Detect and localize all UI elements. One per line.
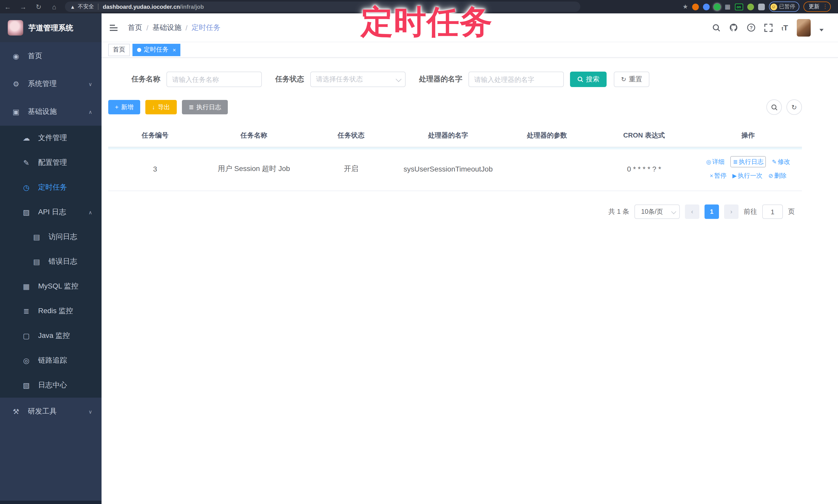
sidebar-item-label: Redis 监控 [38, 306, 73, 316]
sidebar-item-label: API 日志 [38, 208, 66, 217]
chevron-up-icon: ∧ [88, 210, 92, 215]
monitor-icon: ▢ [22, 332, 31, 340]
breadcrumb: 首页 / 基础设施 / 定时任务 [128, 23, 221, 32]
browser-menu-icon[interactable]: ⋮ [823, 4, 828, 9]
cloud-upload-icon: ☁ [22, 134, 31, 142]
sidebar-item-label: 系统管理 [28, 79, 57, 89]
address-bar[interactable]: ▲ 不安全 dashboard.yudao.iocoder.cn /infra/… [65, 2, 580, 12]
sidebar-item-mysql-monitor[interactable]: ▦ MySQL 监控 [0, 274, 102, 299]
extension-icon-blue[interactable] [703, 3, 710, 10]
col-handler-param: 处理器的参数 [500, 124, 594, 147]
sidebar-item-config-manage[interactable]: ✎ 配置管理 [0, 150, 102, 175]
extension-icon-green[interactable] [714, 3, 720, 10]
sidebar-item-label: Java 监控 [38, 331, 70, 340]
url-host: dashboard.yudao.iocoder.cn [103, 4, 180, 10]
tag-scheduled-jobs[interactable]: 定时任务 × [133, 43, 181, 56]
sidebar-item-home[interactable]: ◉ 首页 [0, 42, 102, 70]
job-status-placeholder: 请选择任务状态 [316, 75, 363, 84]
pause-link[interactable]: ×暂停 [710, 172, 727, 179]
sidebar-item-system[interactable]: ⚙ 系统管理 ∨ [0, 70, 102, 98]
update-label: 更新 [809, 3, 819, 10]
sidebar: 芋道管理系统 ◉ 首页 ⚙ 系统管理 ∨ ▣ 基础设施 ∧ ☁ 文件管理 [0, 13, 102, 504]
exec-log-button[interactable]: ≣ 执行日志 [182, 100, 228, 114]
github-icon[interactable] [730, 23, 738, 32]
handler-name-input[interactable] [469, 72, 564, 87]
hamburger-icon[interactable] [110, 24, 118, 31]
search-icon[interactable] [713, 23, 721, 32]
sidebar-item-tracing[interactable]: ◎ 链路追踪 [0, 348, 102, 373]
page-size-select[interactable]: 10条/页 [634, 204, 680, 219]
sidebar-bottom-strip [0, 501, 102, 504]
fullscreen-icon[interactable] [765, 23, 773, 32]
bookmark-star-icon[interactable]: ★ [683, 3, 688, 10]
prev-page-button[interactable]: ‹ [685, 204, 699, 219]
detail-link[interactable]: ◎详细 [706, 158, 724, 165]
chevron-down-icon [396, 76, 402, 82]
cell-handler-name: sysUserSessionTimeoutJob [396, 147, 500, 191]
database-icon: ▦ [22, 282, 31, 290]
extension-icon-orange[interactable] [692, 3, 699, 10]
sidebar-item-label: 链路追踪 [38, 356, 67, 365]
sidebar-item-infra[interactable]: ▣ 基础设施 ∧ [0, 98, 102, 126]
search-button[interactable]: 搜索 [570, 72, 607, 87]
avatar-caret-icon[interactable] [819, 29, 824, 32]
extension-icon-grid[interactable]: ▦ [724, 3, 731, 10]
svg-text:?: ? [750, 25, 753, 30]
font-size-icon[interactable]: tT [782, 23, 788, 32]
next-page-button[interactable]: › [724, 204, 738, 219]
toolbox-icon: ⚒ [11, 408, 21, 416]
log-center-icon: ▧ [22, 381, 31, 390]
reload-icon[interactable]: ↻ [31, 3, 46, 11]
home-icon[interactable]: ⌂ [46, 3, 62, 11]
sidebar-item-scheduled-jobs[interactable]: ◷ 定时任务 [0, 175, 102, 200]
forward-icon[interactable]: → [15, 3, 31, 11]
tag-home[interactable]: 首页 [108, 43, 130, 56]
help-icon[interactable]: ? [747, 23, 756, 32]
sidebar-item-api-log[interactable]: ▨ API 日志 ∧ [0, 200, 102, 224]
job-log-link[interactable]: ≣执行日志 [730, 156, 766, 167]
extension-icon-leaf[interactable] [747, 3, 754, 10]
sidebar-logo-row[interactable]: 芋道管理系统 [0, 13, 102, 42]
add-button[interactable]: + 新增 [108, 100, 140, 114]
back-icon[interactable]: ← [0, 3, 15, 11]
cell-job-name: 用户 Session 超时 Job [202, 147, 306, 191]
extension-icon-on-badge[interactable]: on [735, 3, 743, 10]
col-job-status: 任务状态 [306, 124, 396, 147]
breadcrumb-infra[interactable]: 基础设施 [153, 23, 181, 32]
reset-button[interactable]: ↻ 重置 [614, 72, 649, 87]
browser-update-button[interactable]: 更新 ⋮ [803, 2, 831, 12]
col-job-name: 任务名称 [202, 124, 306, 147]
sidebar-item-redis-monitor[interactable]: ≣ Redis 监控 [0, 299, 102, 323]
chevron-down-icon [671, 209, 677, 214]
refresh-table-button[interactable]: ↻ [786, 100, 802, 115]
dashboard-icon: ◉ [11, 52, 21, 60]
goto-page-input[interactable] [762, 204, 783, 219]
close-icon[interactable]: × [173, 47, 176, 53]
sidebar-item-file-manage[interactable]: ☁ 文件管理 [0, 126, 102, 150]
sidebar-item-log-center[interactable]: ▧ 日志中心 [0, 373, 102, 398]
sidebar-item-dev-tools[interactable]: ⚒ 研发工具 ∨ [0, 398, 102, 426]
page-size-value: 10条/页 [641, 207, 663, 216]
sidebar-item-access-log[interactable]: ▤ 访问日志 [0, 224, 102, 249]
sidebar-item-java-monitor[interactable]: ▢ Java 监控 [0, 323, 102, 348]
job-status-select[interactable]: 请选择任务状态 [310, 72, 406, 87]
chevron-up-icon: ∧ [88, 109, 92, 114]
breadcrumb-separator: / [146, 23, 149, 32]
breadcrumb-home[interactable]: 首页 [128, 23, 142, 32]
page-1-button[interactable]: 1 [704, 204, 719, 219]
puzzle-icon[interactable] [758, 3, 765, 10]
job-name-input[interactable] [167, 72, 262, 87]
browser-profile-chip[interactable]: ☺ 已暂停 [769, 2, 799, 12]
edit-link[interactable]: ✎修改 [772, 158, 790, 165]
user-avatar[interactable] [797, 19, 811, 36]
toggle-search-button[interactable] [766, 100, 782, 115]
run-once-link[interactable]: ▶执行一次 [732, 172, 763, 179]
job-name-label: 任务名称 [132, 75, 160, 84]
export-button[interactable]: ↓ 导出 [145, 100, 177, 114]
profile-chip-label: 已暂停 [779, 3, 795, 10]
sidebar-item-error-log[interactable]: ▤ 错误日志 [0, 249, 102, 274]
job-status-label: 任务状态 [275, 75, 304, 84]
col-actions: 操作 [695, 124, 802, 147]
delete-link[interactable]: ⊘删除 [768, 172, 786, 179]
cell-handler-param [500, 147, 594, 191]
